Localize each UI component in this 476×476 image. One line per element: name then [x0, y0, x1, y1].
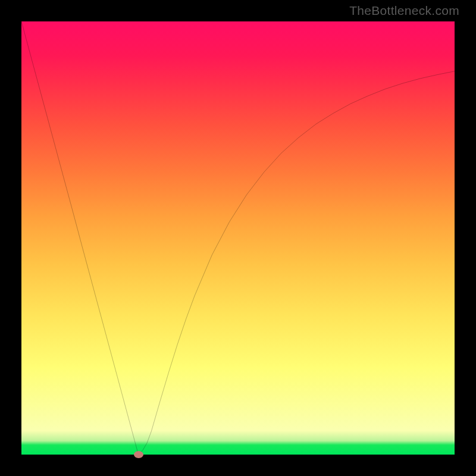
bottleneck-curve	[21, 21, 455, 455]
optimum-marker	[134, 451, 143, 458]
chart-frame: TheBottleneck.com	[0, 0, 476, 476]
plot-area	[21, 21, 455, 455]
curve-line	[21, 21, 455, 455]
watermark-text: TheBottleneck.com	[349, 4, 459, 18]
